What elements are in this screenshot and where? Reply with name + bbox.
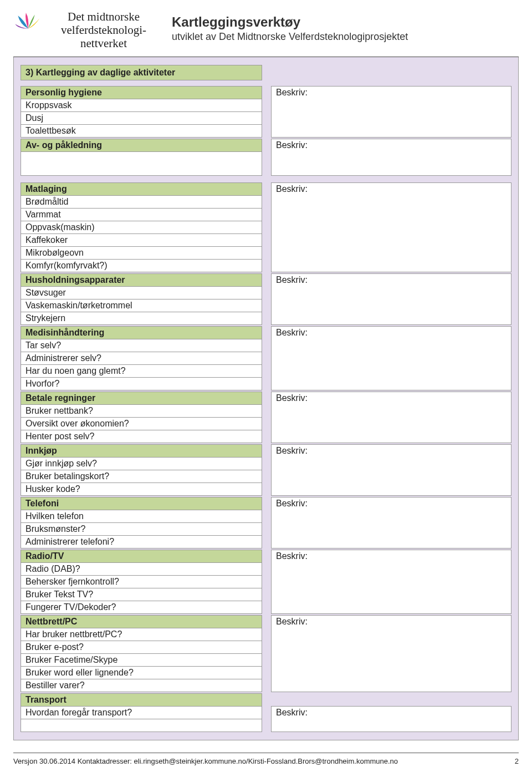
page: Det midtnorske velferdsteknologi- nettve… xyxy=(0,0,532,772)
org-line1: Det midtnorske xyxy=(51,10,156,23)
group-title-cooking: Matlaging xyxy=(21,182,262,196)
item: Hvordan foregår transport? xyxy=(21,706,262,719)
group-transport: Transport Hvordan foregår transport? Bes… xyxy=(21,693,511,732)
group-title-medicine: Medisinhåndtering xyxy=(21,326,262,339)
group-cooking: Matlaging Brødmåltid Varmmat Oppvask(mas… xyxy=(21,182,511,272)
describe-box[interactable]: Beskriv: xyxy=(271,550,511,614)
group-shopping: Innkjøp Gjør innkjøp selv? Bruker betali… xyxy=(21,444,511,496)
describe-box[interactable]: Beskriv: xyxy=(271,497,511,548)
group-title-transport: Transport xyxy=(21,693,262,707)
item: Varmmat xyxy=(21,208,262,221)
form-frame: 3) Kartlegging av daglige aktiviteter Pe… xyxy=(13,57,519,740)
group-tablet: Nettbrett/PC Har bruker nettbrett/PC? Br… xyxy=(21,615,511,692)
group-hygiene: Personlig hygiene Kroppsvask Dusj Toalet… xyxy=(21,86,511,138)
item: Hvorfor? xyxy=(21,377,262,390)
group-title-tablet: Nettbrett/PC xyxy=(21,615,262,628)
describe-box[interactable]: Beskriv: xyxy=(271,392,511,443)
item: Fungerer TV/Dekoder? xyxy=(21,601,262,614)
item: Husker kode? xyxy=(21,482,262,496)
transport-input[interactable] xyxy=(21,719,262,732)
item: Støvsuger xyxy=(21,286,262,299)
item: Bestiller varer? xyxy=(21,679,262,692)
org-name: Det midtnorske velferdsteknologi- nettve… xyxy=(51,10,156,50)
page-number: 2 xyxy=(515,757,519,765)
item: Vaskemaskin/tørketrommel xyxy=(21,299,262,312)
item: Har bruker nettbrett/PC? xyxy=(21,628,262,641)
group-title-dressing: Av- og påkledning xyxy=(21,139,262,152)
dressing-input[interactable] xyxy=(21,151,262,176)
item: Kaffekoker xyxy=(21,233,262,247)
group-title-shopping: Innkjøp xyxy=(21,444,262,458)
group-radio: Radio/TV Radio (DAB)? Behersker fjernkon… xyxy=(21,550,511,614)
item: Toalettbesøk xyxy=(21,124,262,138)
item: Administrerer telefoni? xyxy=(21,535,262,548)
describe-box[interactable]: Beskriv: xyxy=(271,139,511,176)
item: Bruker Tekst TV? xyxy=(21,588,262,601)
group-title-hygiene: Personlig hygiene xyxy=(21,86,262,99)
group-title-radio: Radio/TV xyxy=(21,550,262,563)
section-heading: 3) Kartlegging av daglige aktiviteter xyxy=(21,65,262,80)
describe-box[interactable]: Beskriv: xyxy=(271,182,511,272)
group-appliances: Husholdningsapparater Støvsuger Vaskemas… xyxy=(21,273,511,325)
footer: Versjon 30.06.2014 Kontaktadresser: eli.… xyxy=(13,757,519,765)
item: Bruker e-post? xyxy=(21,641,262,654)
item: Henter post selv? xyxy=(21,430,262,443)
item: Oppvask(maskin) xyxy=(21,221,262,234)
group-medicine: Medisinhåndtering Tar selv? Administrere… xyxy=(21,326,511,390)
group-title-appliances: Husholdningsapparater xyxy=(21,273,262,287)
group-phone: Telefoni Hvilken telefon Bruksmønster? A… xyxy=(21,497,511,548)
item: Bruker word eller lignende? xyxy=(21,666,262,679)
item: Tar selv? xyxy=(21,339,262,352)
document-subtitle: utviklet av Det Midtnorske Velferdstekno… xyxy=(172,31,408,43)
item: Radio (DAB)? xyxy=(21,562,262,576)
item: Dusj xyxy=(21,111,262,125)
item: Mikrobølgeovn xyxy=(21,246,262,260)
item: Behersker fjernkontroll? xyxy=(21,575,262,588)
org-line3: nettverket xyxy=(51,37,156,50)
group-bills: Betale regninger Bruker nettbank? Oversi… xyxy=(21,392,511,443)
item: Bruksmønster? xyxy=(21,522,262,536)
document-header: Det midtnorske velferdsteknologi- nettve… xyxy=(13,10,519,50)
document-title: Kartleggingsverktøy xyxy=(172,14,408,30)
item: Brødmåltid xyxy=(21,195,262,209)
group-dressing: Av- og påkledning Beskriv: xyxy=(21,139,511,176)
describe-box[interactable]: Beskriv: xyxy=(271,444,511,496)
footer-divider xyxy=(13,753,519,753)
describe-box[interactable]: Beskriv: xyxy=(271,326,511,390)
describe-box[interactable]: Beskriv: xyxy=(271,86,511,138)
logo-icon xyxy=(13,10,43,40)
item: Har du noen gang glemt? xyxy=(21,364,262,378)
item: Komfyr(komfyrvakt?) xyxy=(21,259,262,272)
footer-version: Versjon 30.06.2014 Kontaktadresser: eli.… xyxy=(13,757,398,765)
item: Bruker betalingskort? xyxy=(21,470,262,483)
describe-box[interactable]: Beskriv: xyxy=(271,706,511,732)
item: Bruker nettbank? xyxy=(21,404,262,418)
item: Kroppsvask xyxy=(21,99,262,112)
item: Strykejern xyxy=(21,312,262,325)
org-line2: velferdsteknologi- xyxy=(51,23,156,37)
describe-box[interactable]: Beskriv: xyxy=(271,615,511,692)
item: Administrerer selv? xyxy=(21,352,262,365)
group-title-bills: Betale regninger xyxy=(21,392,262,405)
describe-box[interactable]: Beskriv: xyxy=(271,273,511,325)
item: Bruker Facetime/Skype xyxy=(21,653,262,667)
item: Gjør innkjøp selv? xyxy=(21,457,262,470)
group-title-phone: Telefoni xyxy=(21,497,262,510)
item: Hvilken telefon xyxy=(21,510,262,523)
item: Oversikt over økonomien? xyxy=(21,417,262,430)
title-block: Kartleggingsverktøy utviklet av Det Midt… xyxy=(172,10,408,43)
